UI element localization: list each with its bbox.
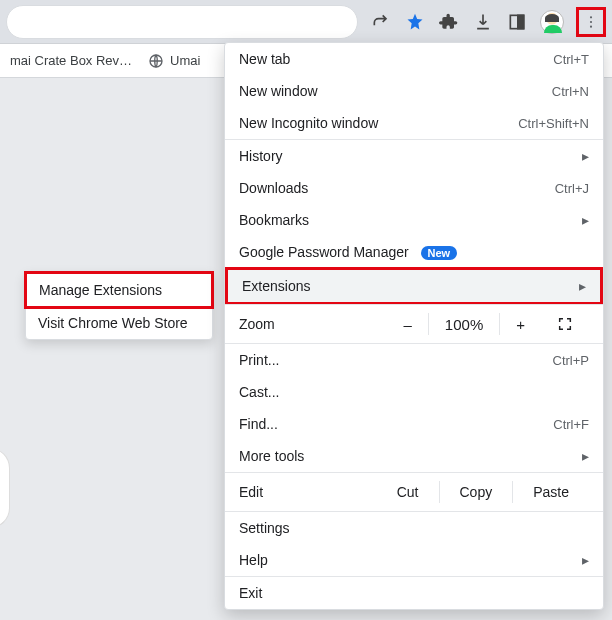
zoom-out-button[interactable]: – bbox=[388, 313, 428, 335]
bookmark-label: Umai bbox=[170, 53, 200, 68]
svg-point-2 bbox=[590, 16, 592, 18]
menu-item-downloads[interactable]: Downloads Ctrl+J bbox=[225, 172, 603, 204]
chevron-right-icon: ▸ bbox=[582, 448, 589, 464]
chevron-right-icon: ▸ bbox=[582, 148, 589, 164]
menu-item-visit-web-store[interactable]: Visit Chrome Web Store bbox=[26, 307, 212, 339]
menu-item-new-tab[interactable]: New tab Ctrl+T bbox=[225, 43, 603, 75]
menu-item-help[interactable]: Help ▸ bbox=[225, 544, 603, 576]
page-edge bbox=[0, 448, 10, 528]
menu-item-new-window[interactable]: New window Ctrl+N bbox=[225, 75, 603, 107]
chevron-right-icon: ▸ bbox=[582, 212, 589, 228]
bookmark-item[interactable]: Umai bbox=[140, 53, 208, 69]
zoom-in-button[interactable]: + bbox=[499, 313, 541, 335]
profile-avatar[interactable] bbox=[540, 10, 564, 34]
menu-item-find[interactable]: Find... Ctrl+F bbox=[225, 408, 603, 440]
zoom-value: 100% bbox=[428, 313, 499, 335]
chevron-right-icon: ▸ bbox=[582, 552, 589, 568]
star-icon[interactable] bbox=[404, 11, 426, 33]
new-badge: New bbox=[421, 246, 458, 260]
bookmark-label: mai Crate Box Rev… bbox=[10, 53, 132, 68]
menu-item-bookmarks[interactable]: Bookmarks ▸ bbox=[225, 204, 603, 236]
share-icon[interactable] bbox=[370, 11, 392, 33]
paste-button[interactable]: Paste bbox=[512, 481, 589, 503]
extensions-icon[interactable] bbox=[438, 11, 460, 33]
chevron-right-icon: ▸ bbox=[579, 278, 586, 294]
svg-rect-1 bbox=[518, 15, 524, 28]
download-icon[interactable] bbox=[472, 11, 494, 33]
globe-icon bbox=[148, 53, 164, 69]
reader-icon[interactable] bbox=[506, 11, 528, 33]
browser-toolbar bbox=[0, 0, 612, 44]
menu-item-incognito[interactable]: New Incognito window Ctrl+Shift+N bbox=[225, 107, 603, 139]
extensions-submenu: Manage Extensions Visit Chrome Web Store bbox=[25, 272, 213, 340]
copy-button[interactable]: Copy bbox=[439, 481, 513, 503]
bookmark-item[interactable]: mai Crate Box Rev… bbox=[2, 53, 140, 68]
main-menu: New tab Ctrl+T New window Ctrl+N New Inc… bbox=[224, 42, 604, 610]
menu-item-password-manager[interactable]: Google Password Manager New bbox=[225, 236, 603, 268]
menu-item-edit: Edit Cut Copy Paste bbox=[225, 473, 603, 511]
menu-item-print[interactable]: Print... Ctrl+P bbox=[225, 344, 603, 376]
page-content: Manage Extensions Visit Chrome Web Store… bbox=[0, 78, 612, 620]
menu-item-manage-extensions[interactable]: Manage Extensions bbox=[24, 271, 214, 309]
svg-point-3 bbox=[590, 20, 592, 22]
fullscreen-button[interactable] bbox=[541, 316, 589, 332]
cut-button[interactable]: Cut bbox=[377, 481, 439, 503]
menu-item-exit[interactable]: Exit bbox=[225, 577, 603, 609]
menu-item-more-tools[interactable]: More tools ▸ bbox=[225, 440, 603, 472]
svg-point-4 bbox=[590, 25, 592, 27]
menu-item-zoom: Zoom – 100% + bbox=[225, 305, 603, 343]
menu-button[interactable] bbox=[576, 7, 606, 37]
omnibox[interactable] bbox=[6, 5, 358, 39]
menu-item-extensions[interactable]: Extensions ▸ bbox=[225, 267, 603, 305]
menu-item-cast[interactable]: Cast... bbox=[225, 376, 603, 408]
menu-item-history[interactable]: History ▸ bbox=[225, 140, 603, 172]
menu-item-settings[interactable]: Settings bbox=[225, 512, 603, 544]
